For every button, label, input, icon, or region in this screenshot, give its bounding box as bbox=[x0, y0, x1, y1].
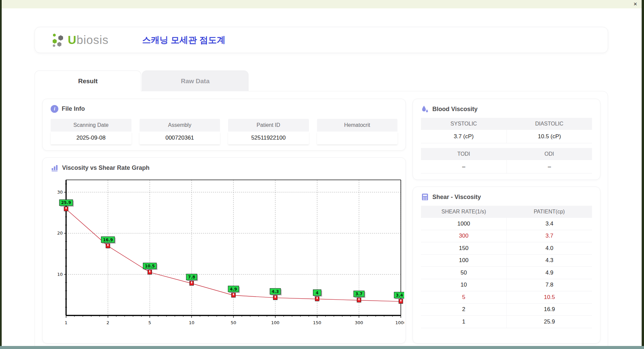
svg-text:1: 1 bbox=[65, 320, 67, 325]
patient-cp-cell: 4.0 bbox=[506, 242, 592, 255]
shear-table-header: SHEAR RATE(1/s) PATIENT(cp) bbox=[421, 206, 592, 218]
blood-viscosity-col-header: SYSTOLIC bbox=[421, 118, 506, 130]
file-info-field-label: Patient ID bbox=[228, 119, 309, 132]
blood-viscosity-value: 10.5 (cP) bbox=[506, 130, 592, 143]
brand: Ubiosis bbox=[50, 32, 109, 48]
ubiosis-logo-icon bbox=[50, 32, 66, 48]
graph-card: Viscosity vs Shear Rate Graph 1020301251… bbox=[42, 157, 406, 344]
blood-viscosity-value: 3.7 (cP) bbox=[421, 130, 506, 143]
shear-viscosity-title: Shear - Viscosity bbox=[432, 194, 481, 201]
table-row: 10003.4 bbox=[421, 218, 592, 230]
svg-text:20: 20 bbox=[57, 231, 63, 236]
file-info-field-value: 52511922100 bbox=[228, 132, 309, 144]
svg-text:7.8: 7.8 bbox=[188, 275, 195, 280]
file-info-field-label: Scanning Date bbox=[51, 119, 131, 132]
svg-text:50: 50 bbox=[231, 320, 236, 325]
page-title: 스캐닝 모세관 점도계 bbox=[142, 34, 225, 46]
file-info-card: i File Info Scanning Date2025-09-08Assem… bbox=[42, 99, 406, 151]
patient-cp-cell: 3.7 bbox=[506, 230, 592, 243]
svg-text:4.9: 4.9 bbox=[230, 287, 237, 292]
svg-text:4: 4 bbox=[316, 291, 318, 295]
svg-text:5: 5 bbox=[148, 320, 151, 325]
patient-cp-cell: 4.3 bbox=[506, 255, 592, 267]
svg-text:10: 10 bbox=[57, 272, 63, 277]
file-info-field-label: Assembly bbox=[140, 119, 220, 132]
blood-viscosity-col-header: TODI bbox=[421, 148, 506, 160]
svg-text:2: 2 bbox=[107, 320, 109, 325]
shear-rate-cell: 10 bbox=[421, 279, 506, 292]
calculator-icon bbox=[421, 193, 429, 201]
patient-cp-cell: 25.9 bbox=[506, 316, 592, 328]
app-window: Ubiosis 스캐닝 모세관 점도계 Result Raw Data i Fi… bbox=[2, 8, 642, 346]
patient-cp-cell: 4.9 bbox=[506, 267, 592, 279]
viscosity-chart: 1020301251050100150300100025.916.910.57.… bbox=[52, 177, 397, 334]
blood-viscosity-value: – bbox=[421, 160, 506, 173]
close-icon[interactable]: × bbox=[632, 0, 639, 8]
file-info-field-value bbox=[317, 132, 398, 144]
shear-rate-header: SHEAR RATE(1/s) bbox=[421, 206, 506, 218]
patient-header: PATIENT(cp) bbox=[506, 206, 592, 218]
patient-cp-cell: 3.4 bbox=[506, 218, 592, 230]
blood-viscosity-value: – bbox=[506, 160, 592, 173]
table-row: 1004.3 bbox=[421, 255, 592, 267]
table-row: 510.5 bbox=[421, 291, 592, 304]
file-info-field-label: Hematocrit bbox=[317, 119, 398, 132]
tab-result[interactable]: Result bbox=[35, 70, 141, 91]
svg-text:16.9: 16.9 bbox=[103, 238, 113, 242]
table-row: 504.9 bbox=[421, 267, 592, 279]
table-row: 3003.7 bbox=[421, 230, 592, 243]
file-info-field-value: 2025-09-08 bbox=[51, 132, 131, 144]
svg-text:100: 100 bbox=[271, 320, 279, 325]
table-row: 125.9 bbox=[421, 316, 592, 328]
shear-table-body: 10003.43003.71504.01004.3504.9107.8510.5… bbox=[421, 218, 592, 328]
shear-rate-cell: 2 bbox=[421, 304, 506, 316]
svg-text:25.9: 25.9 bbox=[61, 200, 71, 205]
blood-viscosity-table: SYSTOLICDIASTOLIC3.7 (cP)10.5 (cP) bbox=[421, 118, 592, 143]
shear-viscosity-table: SHEAR RATE(1/s) PATIENT(cp) 10003.43003.… bbox=[421, 206, 592, 328]
svg-text:1000: 1000 bbox=[395, 320, 404, 325]
blood-viscosity-card: Blood Viscosity SYSTOLICDIASTOLIC3.7 (cP… bbox=[413, 99, 600, 180]
file-info-field-value: 000720361 bbox=[140, 132, 220, 144]
table-row: 107.8 bbox=[421, 279, 592, 292]
brand-rest: biosis bbox=[76, 33, 108, 46]
patient-cp-cell: 10.5 bbox=[506, 291, 592, 304]
file-info-field: Scanning Date2025-09-08 bbox=[51, 119, 131, 144]
blood-viscosity-col-header: DIASTOLIC bbox=[506, 118, 592, 130]
blood-viscosity-title: Blood Viscosity bbox=[432, 106, 478, 113]
tab-raw-data[interactable]: Raw Data bbox=[142, 70, 249, 91]
svg-text:3.7: 3.7 bbox=[356, 292, 363, 296]
bar-chart-icon bbox=[51, 164, 59, 172]
result-panel: i File Info Scanning Date2025-09-08Assem… bbox=[35, 91, 608, 346]
brand-u: U bbox=[68, 33, 76, 46]
shear-viscosity-card: Shear - Viscosity SHEAR RATE(1/s) PATIEN… bbox=[413, 187, 600, 344]
info-icon: i bbox=[51, 105, 58, 113]
shear-rate-cell: 300 bbox=[421, 230, 506, 243]
shear-rate-cell: 50 bbox=[421, 267, 506, 279]
taskbar bbox=[0, 346, 644, 349]
file-info-title: File Info bbox=[62, 105, 85, 112]
file-info-field: Patient ID52511922100 bbox=[228, 119, 309, 144]
svg-text:150: 150 bbox=[313, 320, 321, 325]
table-row: 216.9 bbox=[421, 304, 592, 316]
svg-text:3.4: 3.4 bbox=[396, 293, 403, 298]
app-header: Ubiosis 스캐닝 모세관 점도계 bbox=[35, 27, 608, 53]
window-titlebar: × bbox=[2, 0, 642, 8]
shear-rate-cell: 5 bbox=[421, 291, 506, 304]
svg-text:4.3: 4.3 bbox=[272, 289, 279, 294]
shear-rate-cell: 1 bbox=[421, 316, 506, 328]
file-info-field: Hematocrit bbox=[317, 119, 398, 144]
file-info-fields: Scanning Date2025-09-08Assembly000720361… bbox=[51, 119, 397, 144]
chart-canvas: 1020301251050100150300100025.916.910.57.… bbox=[52, 177, 404, 333]
blood-viscosity-tables: SYSTOLICDIASTOLIC3.7 (cP)10.5 (cP)TODIOD… bbox=[421, 118, 592, 173]
tab-bar: Result Raw Data bbox=[35, 70, 249, 91]
svg-text:300: 300 bbox=[355, 320, 363, 325]
svg-text:30: 30 bbox=[57, 190, 63, 195]
patient-cp-cell: 7.8 bbox=[506, 279, 592, 292]
svg-text:10: 10 bbox=[189, 320, 195, 325]
table-row: 1504.0 bbox=[421, 242, 592, 255]
patient-cp-cell: 16.9 bbox=[506, 304, 592, 316]
blood-drops-icon bbox=[421, 105, 429, 113]
blood-viscosity-col-header: ODI bbox=[506, 148, 592, 160]
svg-text:10.5: 10.5 bbox=[145, 264, 155, 268]
graph-title: Viscosity vs Shear Rate Graph bbox=[62, 164, 150, 171]
